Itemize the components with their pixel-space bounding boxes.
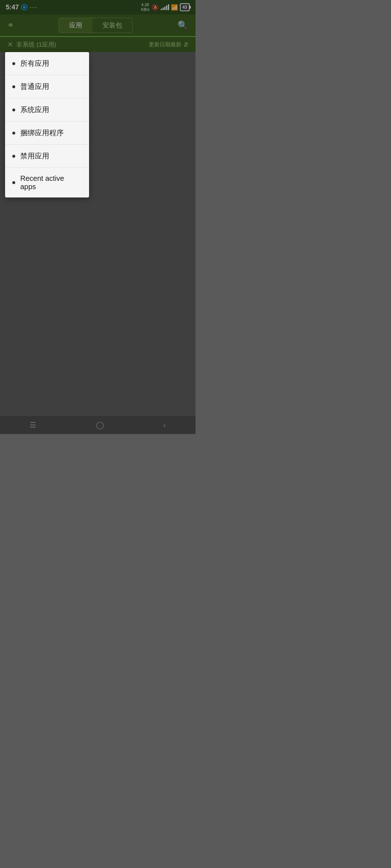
menu-item-recent-active-apps[interactable]: Recent active apps <box>5 168 89 197</box>
menu-item-disabled-apps[interactable]: 禁用应用 <box>5 145 89 168</box>
menu-item-bundled-apps-label: 捆绑应用程序 <box>20 128 64 138</box>
menu-item-normal-apps-label: 普通应用 <box>20 82 49 92</box>
bullet-icon <box>12 62 15 65</box>
menu-item-bundled-apps[interactable]: 捆绑应用程序 <box>5 122 89 145</box>
menu-item-normal-apps[interactable]: 普通应用 <box>5 75 89 98</box>
menu-item-all-apps[interactable]: 所有应用 <box>5 52 89 75</box>
menu-item-disabled-apps-label: 禁用应用 <box>20 151 49 161</box>
menu-item-all-apps-label: 所有应用 <box>20 59 49 68</box>
bullet-icon <box>12 85 15 88</box>
dropdown-menu: 所有应用 普通应用 系统应用 捆绑应用程序 禁用应用 Recent active… <box>5 52 89 197</box>
menu-item-system-apps-label: 系统应用 <box>20 105 49 115</box>
menu-item-recent-active-apps-label: Recent active apps <box>20 174 82 191</box>
bullet-icon <box>12 132 15 135</box>
bullet-icon <box>12 181 15 184</box>
bullet-icon <box>12 109 15 111</box>
menu-item-system-apps[interactable]: 系统应用 <box>5 98 89 122</box>
bullet-icon <box>12 155 15 158</box>
